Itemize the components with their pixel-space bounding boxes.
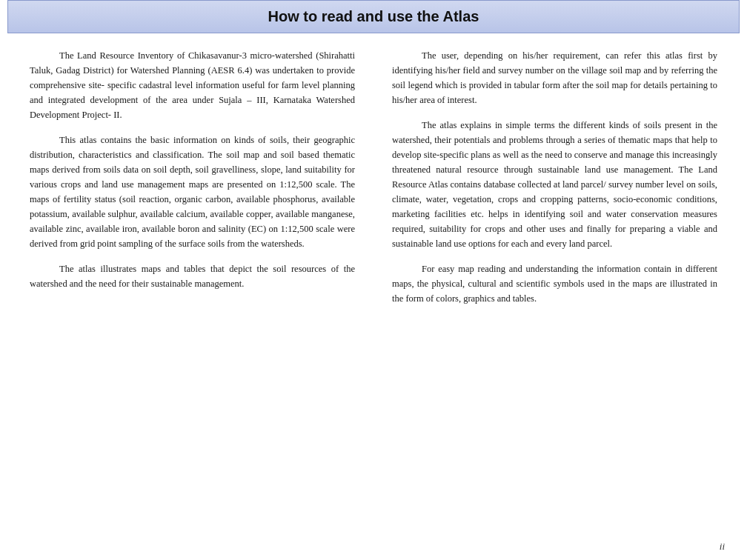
- left-para-1: The Land Resource Inventory of Chikasava…: [30, 48, 355, 122]
- left-para-3: The atlas illustrates maps and tables th…: [30, 261, 355, 291]
- right-para-2: The atlas explains in simple terms the d…: [392, 118, 717, 251]
- left-para-2: This atlas contains the basic informatio…: [30, 133, 355, 251]
- left-column: The Land Resource Inventory of Chikasava…: [30, 48, 362, 316]
- content-area: The Land Resource Inventory of Chikasava…: [0, 33, 747, 339]
- right-para-3: For easy map reading and understanding t…: [392, 261, 717, 306]
- page-title: How to read and use the Atlas: [268, 8, 479, 24]
- header-bar: How to read and use the Atlas: [7, 0, 740, 33]
- right-para-1: The user, depending on his/her requireme…: [392, 48, 717, 107]
- right-column: The user, depending on his/her requireme…: [385, 48, 717, 316]
- page-container: How to read and use the Atlas The Land R…: [0, 0, 747, 560]
- page-number: ii: [720, 541, 725, 553]
